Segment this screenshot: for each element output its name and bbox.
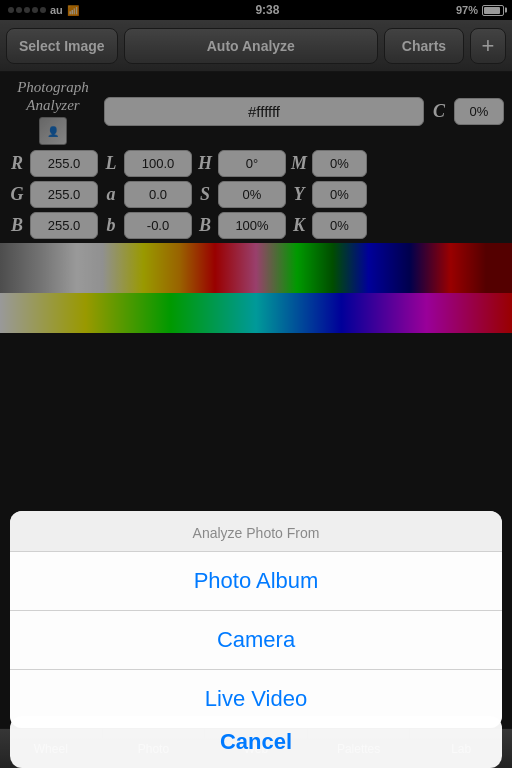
cancel-button[interactable]: Cancel <box>10 716 502 768</box>
camera-button[interactable]: Camera <box>10 611 502 670</box>
photo-album-button[interactable]: Photo Album <box>10 552 502 611</box>
action-sheet-title: Analyze Photo From <box>10 511 502 552</box>
action-sheet: Analyze Photo From Photo Album Camera Li… <box>10 511 502 728</box>
